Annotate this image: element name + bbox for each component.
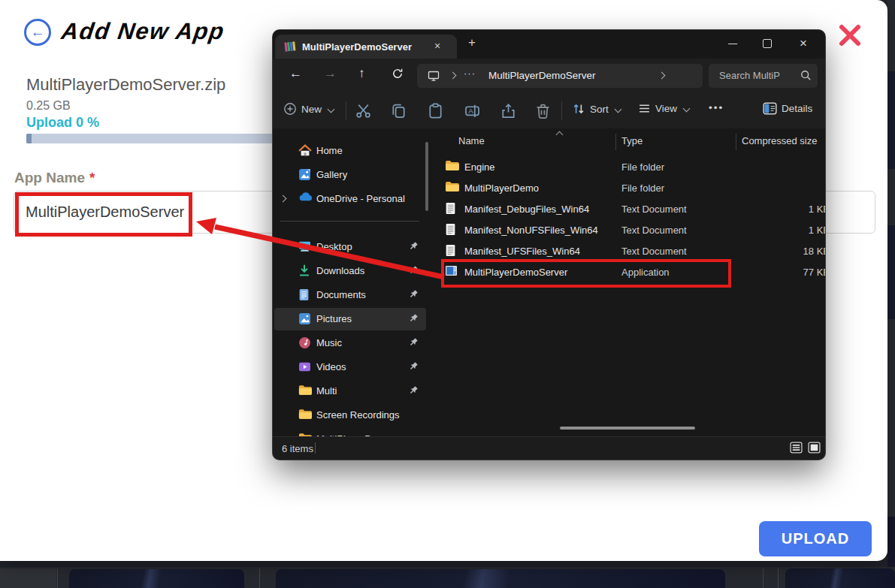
- breadcrumb-overflow[interactable]: ···: [464, 68, 476, 79]
- modal-close-button[interactable]: [836, 22, 863, 49]
- horizontal-scrollbar[interactable]: [560, 427, 695, 430]
- pin-icon: [408, 337, 419, 348]
- background-right-band: [887, 225, 895, 319]
- window-close-button[interactable]: ×: [787, 30, 820, 57]
- sidebar-item-multi[interactable]: Multi: [273, 380, 428, 403]
- file-row[interactable]: Manifest_UFSFiles_Win64 Text Document 18…: [436, 240, 825, 261]
- sidebar-item-onedrive[interactable]: OneDrive - Personal: [273, 188, 428, 210]
- copy-button[interactable]: [391, 103, 407, 119]
- breadcrumb-current-folder[interactable]: MultiPlayerDemoServer: [488, 70, 596, 81]
- explorer-tab[interactable]: MultiPlayerDemoServer ×: [275, 35, 457, 59]
- sidebar-item-home[interactable]: Home: [273, 140, 428, 162]
- sidebar-item-videos[interactable]: Videos: [273, 356, 428, 378]
- list-view-icon: [790, 442, 803, 454]
- background-card: [785, 568, 895, 588]
- toolbar-divider: [346, 101, 346, 120]
- view-icon: [638, 102, 651, 115]
- sidebar-item-pictures[interactable]: Pictures: [274, 308, 426, 330]
- rename-icon: A: [464, 103, 480, 119]
- share-button[interactable]: [500, 103, 516, 119]
- gallery-icon: [298, 168, 311, 181]
- pin-icon: [408, 313, 419, 324]
- background-divider: [778, 568, 779, 588]
- nav-forward-button[interactable]: →: [324, 66, 337, 81]
- minimize-button[interactable]: —: [716, 30, 749, 57]
- file-row[interactable]: Engine File folder: [436, 156, 825, 177]
- breadcrumb-chevron-icon: [658, 72, 666, 80]
- maximize-button[interactable]: [751, 30, 784, 57]
- rename-button[interactable]: A: [464, 103, 480, 119]
- delete-button[interactable]: [535, 103, 551, 119]
- nav-up-button[interactable]: ↑: [358, 66, 365, 81]
- items-count: 6 items: [282, 443, 313, 454]
- downloads-icon: [298, 264, 310, 277]
- details-view-toggle[interactable]: [790, 442, 803, 454]
- new-tab-button[interactable]: +: [468, 35, 476, 50]
- file-row[interactable]: Manifest_NonUFSFiles_Win64 Text Document…: [436, 219, 825, 240]
- sidebar-item-documents[interactable]: Documents: [273, 284, 428, 306]
- thumbnail-view-icon: [808, 442, 821, 454]
- file-row-multiplayerdemoserver[interactable]: MultiPlayerDemoServer Application 77 KB: [436, 261, 825, 282]
- column-header-name[interactable]: Name: [458, 135, 485, 146]
- sort-button[interactable]: Sort: [572, 102, 621, 116]
- tab-close-button[interactable]: ×: [434, 40, 440, 52]
- status-divider: [315, 442, 316, 454]
- explorer-content: Home Gallery: [273, 128, 825, 437]
- upload-button[interactable]: UPLOAD: [759, 521, 872, 556]
- sidebar-scrollbar[interactable]: [425, 142, 428, 211]
- details-button[interactable]: Details: [763, 102, 812, 115]
- see-more-button[interactable]: •••: [709, 102, 724, 113]
- view-button[interactable]: View: [638, 102, 689, 115]
- background-card: [276, 569, 725, 588]
- file-row[interactable]: Manifest_DebugFiles_Win64 Text Document …: [436, 198, 825, 219]
- breadcrumb-chevron-icon: [449, 72, 457, 80]
- sidebar-item-gallery[interactable]: Gallery: [273, 164, 428, 186]
- maximize-icon: [763, 39, 772, 48]
- pictures-icon: [298, 312, 311, 325]
- folder-icon: [298, 384, 312, 396]
- pin-icon: [408, 385, 419, 396]
- thumbnail-view-toggle[interactable]: [808, 442, 821, 454]
- home-icon: [298, 144, 312, 157]
- folder-icon: [445, 160, 459, 171]
- nav-back-button[interactable]: ←: [289, 66, 302, 81]
- expand-chevron-icon[interactable]: [280, 195, 287, 203]
- breadcrumb[interactable]: ··· MultiPlayerDemoServer: [417, 64, 703, 88]
- column-header-size[interactable]: Compressed size: [742, 135, 817, 146]
- column-divider[interactable]: [736, 134, 736, 150]
- desktop-icon: [298, 240, 311, 252]
- sidebar-item-music[interactable]: Music: [273, 332, 428, 354]
- application-icon: [445, 265, 458, 276]
- file-list: Name Type Compressed size Engine File fo…: [436, 128, 825, 437]
- explorer-command-bar: New: [273, 93, 825, 129]
- share-icon: [500, 103, 516, 119]
- window-close-icon: ×: [800, 36, 807, 51]
- cut-button[interactable]: [355, 103, 371, 119]
- sidebar-item-desktop[interactable]: Desktop: [273, 236, 428, 258]
- sidebar-item-downloads[interactable]: Downloads: [273, 260, 428, 282]
- tab-title: MultiPlayerDemoServer: [302, 41, 412, 53]
- background-divider: [259, 568, 260, 588]
- nav-refresh-button[interactable]: [392, 68, 404, 80]
- column-divider[interactable]: [615, 134, 616, 150]
- scissors-icon: [355, 103, 371, 119]
- background-card: [69, 569, 244, 588]
- app-name-label: App Name*: [14, 170, 95, 186]
- chevron-down-icon: [328, 105, 335, 113]
- file-row[interactable]: MultiPlayerDemo File folder: [436, 177, 825, 198]
- file-explorer-window: MultiPlayerDemoServer × + — × ← → ↑: [273, 30, 825, 460]
- sidebar-item-screen-recordings[interactable]: Screen Recordings: [273, 404, 428, 427]
- text-document-icon: [445, 223, 456, 236]
- upload-progress-fill: [26, 134, 32, 143]
- back-arrow-icon: ←: [31, 24, 45, 41]
- svg-text:A: A: [468, 107, 473, 115]
- minimize-icon: —: [728, 38, 737, 49]
- sidebar-separator: [280, 221, 419, 222]
- column-header-type[interactable]: Type: [621, 135, 643, 146]
- screen: ← Add New App MultiPlayerDemoServer.zip …: [0, 0, 895, 588]
- back-button[interactable]: ←: [24, 19, 51, 46]
- explorer-tab-strip: MultiPlayerDemoServer × + — ×: [273, 30, 825, 59]
- explorer-search-input[interactable]: Search MultiP: [709, 64, 818, 88]
- new-button[interactable]: New: [283, 102, 334, 116]
- paste-button[interactable]: [428, 103, 443, 119]
